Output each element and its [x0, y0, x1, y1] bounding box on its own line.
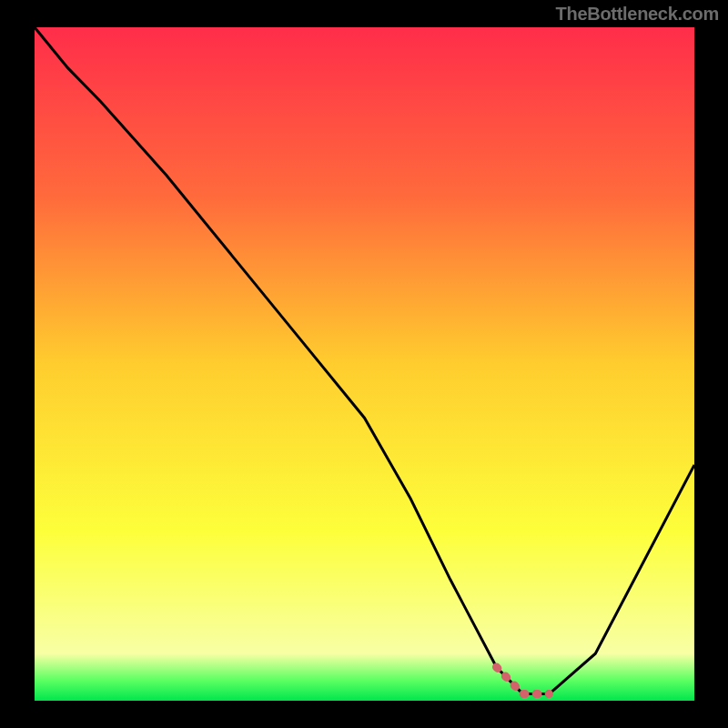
bottleneck-chart	[0, 0, 728, 728]
attribution-label: TheBottleneck.com	[556, 4, 719, 25]
chart-container: TheBottleneck.com	[0, 0, 728, 728]
gradient-background	[35, 27, 694, 701]
